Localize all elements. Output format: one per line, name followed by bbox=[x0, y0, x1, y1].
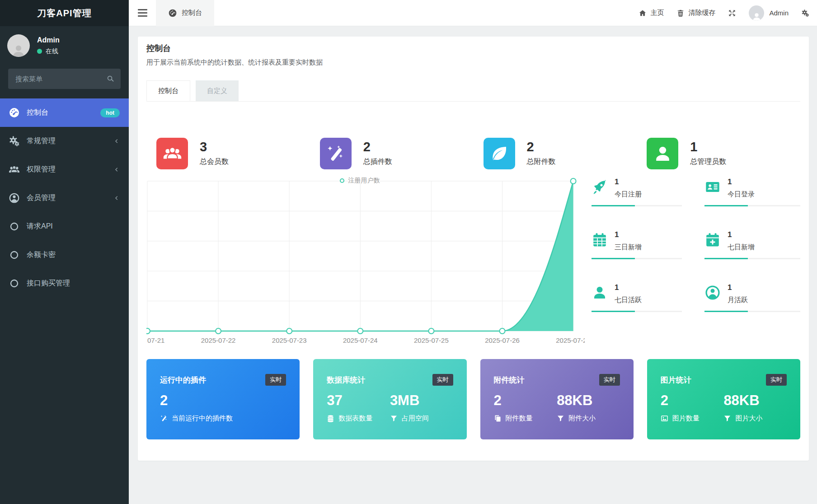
stat-total-admins: 1 总管理员数 bbox=[637, 138, 800, 169]
sidebar-item-label: 控制台 bbox=[27, 108, 48, 117]
circle-icon bbox=[9, 278, 20, 289]
sidebar-item-request-api[interactable]: 请求API bbox=[0, 212, 129, 241]
search-input[interactable] bbox=[8, 69, 121, 89]
mini-stat-label: 今日注册 bbox=[615, 190, 642, 199]
metric-value: 3MB bbox=[390, 392, 453, 409]
sidebar-item-general[interactable]: 常规管理 bbox=[0, 127, 129, 155]
home-icon bbox=[639, 9, 647, 17]
topbar-right: 主页 清除缓存 Admin bbox=[639, 5, 817, 21]
card-image-stats: 图片统计 实时 2 图片数量 bbox=[647, 359, 800, 439]
mini-stat-today-registered: 1 今日注册 bbox=[592, 177, 682, 230]
calendar-plus-icon bbox=[704, 232, 721, 248]
mini-stat-label: 月活跃 bbox=[728, 296, 748, 304]
chart-row: 07-212025-07-222025-07-232025-07-242025-… bbox=[146, 175, 800, 347]
users-icon bbox=[163, 144, 182, 163]
metric-value: 2 bbox=[661, 392, 724, 409]
card-title: 图片统计 bbox=[661, 375, 691, 385]
sidebar-item-members[interactable]: 会员管理 bbox=[0, 184, 129, 212]
mini-stat-value: 1 bbox=[728, 230, 755, 239]
user-icon bbox=[592, 285, 608, 301]
svg-text:2025-07-24: 2025-07-24 bbox=[343, 336, 378, 344]
sidebar: 刀客API管理 Admin 在线 控制台 hot bbox=[0, 0, 129, 504]
magic-wand-icon bbox=[160, 415, 168, 422]
metric: 3MB 占用空间 bbox=[390, 392, 453, 423]
metric-value: 88KB bbox=[723, 392, 787, 409]
hamburger-menu-icon[interactable] bbox=[129, 0, 156, 26]
realtime-badge: 实时 bbox=[265, 374, 286, 386]
copy-icon bbox=[494, 415, 502, 422]
settings-gears-icon[interactable] bbox=[801, 9, 809, 17]
stat-label: 总会员数 bbox=[200, 157, 229, 167]
clear-cache-link[interactable]: 清除缓存 bbox=[676, 9, 715, 17]
user-icon bbox=[647, 138, 678, 169]
image-icon bbox=[661, 415, 668, 422]
card-title: 运行中的插件 bbox=[160, 375, 206, 385]
main-area: 控制台 主页 清除缓存 Admin bbox=[129, 0, 817, 504]
svg-text:2025-07-27: 2025-07-27 bbox=[556, 336, 585, 344]
tab-custom[interactable]: 自定义 bbox=[196, 80, 239, 101]
sidebar-search bbox=[8, 69, 121, 89]
stats-row: 3 总会员数 2 总插件数 bbox=[146, 138, 800, 169]
svg-text:2025-07-26: 2025-07-26 bbox=[485, 336, 520, 344]
mini-stat-value: 1 bbox=[615, 177, 642, 187]
stat-value: 2 bbox=[527, 140, 556, 154]
stat-label: 总附件数 bbox=[527, 157, 556, 167]
sidebar-user-panel: Admin 在线 bbox=[0, 26, 129, 63]
id-card-icon bbox=[704, 179, 721, 195]
sidebar-item-dashboard[interactable]: 控制台 hot bbox=[0, 98, 129, 127]
circle-icon bbox=[9, 249, 20, 261]
circle-icon bbox=[9, 221, 20, 232]
realtime-badge: 实时 bbox=[599, 374, 620, 386]
mini-stat-label: 七日活跃 bbox=[615, 296, 642, 304]
chart-legend[interactable]: 注册用户数 bbox=[146, 177, 573, 185]
summary-cards-row: 运行中的插件 实时 2 当前运行中的插件数 bbox=[146, 359, 800, 439]
stat-label: 总插件数 bbox=[363, 157, 392, 167]
metric: 88KB 附件大小 bbox=[557, 392, 620, 423]
leaf-icon bbox=[489, 144, 509, 163]
svg-text:2025-07-22: 2025-07-22 bbox=[201, 336, 236, 344]
sidebar-item-api-purchase[interactable]: 接口购买管理 bbox=[0, 269, 129, 298]
legend-label: 注册用户数 bbox=[348, 177, 380, 185]
topbar-tab-dashboard[interactable]: 控制台 bbox=[156, 0, 214, 26]
realtime-badge: 实时 bbox=[432, 374, 453, 386]
tab-dashboard[interactable]: 控制台 bbox=[146, 80, 190, 101]
metric-value: 2 bbox=[160, 392, 286, 409]
hot-badge: hot bbox=[100, 108, 120, 117]
divider bbox=[704, 258, 800, 259]
dashboard-icon bbox=[168, 9, 177, 18]
stat-value: 1 bbox=[690, 140, 726, 154]
sidebar-item-permissions[interactable]: 权限管理 bbox=[0, 155, 129, 184]
stat-value: 2 bbox=[363, 140, 392, 154]
registered-users-chart: 07-212025-07-222025-07-232025-07-242025-… bbox=[146, 175, 585, 347]
user-icon bbox=[653, 144, 672, 163]
home-link[interactable]: 主页 bbox=[639, 9, 664, 17]
page-subtitle: 用于展示当前系统中的统计数据、统计报表及重要实时数据 bbox=[146, 58, 800, 67]
user-status: 在线 bbox=[37, 47, 60, 56]
app-logo: 刀客API管理 bbox=[0, 0, 129, 26]
chevron-left-icon bbox=[113, 166, 120, 173]
users-icon bbox=[156, 138, 188, 169]
filter-icon bbox=[390, 415, 398, 422]
user-menu[interactable]: Admin bbox=[749, 5, 789, 21]
sidebar-item-label: 请求API bbox=[27, 222, 53, 231]
dashboard-icon bbox=[9, 107, 20, 118]
mini-stat-today-logins: 1 今日登录 bbox=[704, 177, 800, 230]
mini-stat-value: 1 bbox=[615, 230, 642, 239]
metric-label: 图片数量 bbox=[672, 414, 700, 423]
panel-tabs: 控制台 自定义 bbox=[146, 80, 800, 102]
sidebar-item-label: 常规管理 bbox=[27, 136, 56, 146]
divider bbox=[592, 258, 682, 259]
online-dot-icon bbox=[37, 49, 42, 54]
sidebar-item-label: 余额卡密 bbox=[27, 250, 56, 260]
legend-circle-icon bbox=[340, 178, 344, 183]
card-database-stats: 数据库统计 实时 37 数据表数量 bbox=[313, 359, 466, 439]
metric: 88KB 图片大小 bbox=[723, 392, 787, 423]
mini-stat-7day-active: 1 七日活跃 bbox=[592, 283, 682, 336]
sidebar-item-label: 会员管理 bbox=[27, 193, 56, 203]
search-icon[interactable] bbox=[106, 75, 115, 83]
user-circle-icon bbox=[704, 285, 721, 301]
sidebar-item-balance-cards[interactable]: 余额卡密 bbox=[0, 241, 129, 269]
card-title: 数据库统计 bbox=[327, 375, 365, 385]
fullscreen-icon[interactable] bbox=[728, 9, 736, 17]
avatar bbox=[749, 5, 764, 21]
